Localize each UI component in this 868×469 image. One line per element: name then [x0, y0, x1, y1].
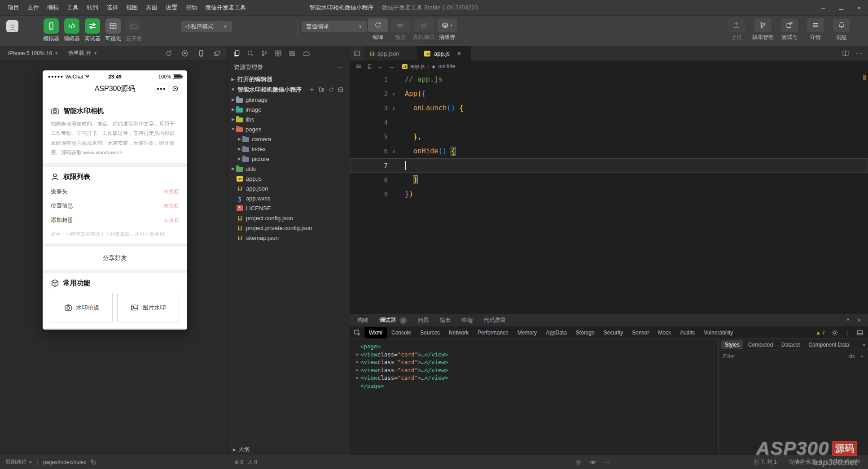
add-style-button[interactable]: +: [860, 353, 864, 360]
tree-item-gitimage[interactable]: ▶gitimage: [228, 95, 350, 104]
back-icon[interactable]: ←: [377, 63, 383, 70]
more-icon[interactable]: ⋯: [604, 459, 609, 465]
code-line-7[interactable]: 7: [350, 158, 868, 173]
tree-item-app.wxss[interactable]: ʒapp.wxss: [228, 193, 350, 203]
devtools-tab-Sources[interactable]: Sources: [416, 327, 444, 339]
wxml-node[interactable]: ▶<view class="card">…</view>: [355, 374, 718, 382]
maximize-button[interactable]: [832, 0, 850, 15]
menu-item[interactable]: 视图: [122, 2, 142, 13]
dock-icon[interactable]: [856, 329, 864, 336]
styles-tab-Computed[interactable]: Computed: [745, 340, 776, 349]
filter-input[interactable]: Filter: [723, 353, 735, 360]
close-tab-icon[interactable]: ×: [457, 50, 461, 57]
fold-icon[interactable]: ∨: [388, 149, 399, 154]
fold-icon[interactable]: ∨: [388, 91, 399, 96]
compile-action-bug[interactable]: 真机调试: [413, 18, 434, 41]
menu-item[interactable]: 转到: [83, 2, 102, 13]
toolbar-button-cloud[interactable]: 云开发: [125, 18, 143, 43]
new-file-icon[interactable]: [309, 87, 315, 92]
devtools-tab-Memory[interactable]: Memory: [513, 327, 541, 339]
wxml-node[interactable]: </page>: [355, 382, 718, 390]
tree-item-image[interactable]: ▶image: [228, 104, 350, 114]
editor-tab-app.js[interactable]: JSapp.js×: [417, 46, 471, 61]
toolbar-button-tune[interactable]: 调试器: [83, 18, 101, 43]
devtools-tab-Vulnerability[interactable]: Vulnerability: [699, 327, 737, 339]
tree-item-project.private.config.json[interactable]: {..}project.private.config.json: [228, 223, 350, 233]
hot-reload-select[interactable]: 热重载 开 ▼: [68, 49, 97, 57]
right-action-upload[interactable]: 上传: [726, 18, 747, 41]
toolbar-button-phone[interactable]: 模拟器: [42, 18, 60, 43]
debug-tab-问题[interactable]: 问题: [418, 317, 429, 324]
forward-icon[interactable]: →: [389, 63, 395, 70]
right-action-menu[interactable]: 详情: [805, 18, 826, 41]
mode-select[interactable]: 小程序模式 ▼: [181, 21, 232, 32]
split-editor-icon[interactable]: [842, 50, 849, 57]
copy-icon[interactable]: [90, 459, 96, 465]
more-tabs-icon[interactable]: »: [862, 342, 865, 348]
cls-toggle[interactable]: .cls: [847, 353, 855, 360]
tree-item-app.json[interactable]: {..}app.json: [228, 183, 350, 193]
code-line-4[interactable]: 4: [350, 115, 868, 130]
toggle-sidebar-icon[interactable]: [350, 46, 364, 61]
more-menu-button[interactable]: ●●●: [154, 86, 168, 91]
function-button[interactable]: 图片水印: [117, 293, 179, 322]
more-actions-icon[interactable]: ⋯: [337, 64, 343, 71]
styles-tab-Component-Data[interactable]: Component Data: [805, 340, 853, 349]
inspect-element-button[interactable]: [350, 327, 364, 339]
device-frame-icon[interactable]: [197, 50, 205, 57]
gear-icon[interactable]: [831, 329, 838, 336]
device-select[interactable]: iPhone 5 100% 16 ▼: [8, 50, 58, 56]
code-line-3[interactable]: 3∨ onLaunch() {: [350, 101, 868, 115]
tree-item-utils[interactable]: ▶utils: [228, 164, 350, 174]
menu-item[interactable]: 界面: [142, 2, 162, 13]
problems-counter[interactable]: ⊗ 0 ⚠ 0: [234, 459, 257, 465]
toolbar-button-layout[interactable]: 可视化: [104, 18, 122, 43]
function-button[interactable]: 水印拍摄: [51, 293, 113, 322]
cursor-position[interactable]: 行 7, 列 1: [754, 458, 777, 466]
gear-icon[interactable]: [575, 459, 582, 465]
menu-item[interactable]: 选择: [102, 2, 122, 13]
search-icon[interactable]: [247, 50, 254, 57]
compile-action-layers[interactable]: ▾清缓存: [437, 18, 457, 41]
devtools-tab-AppData[interactable]: AppData: [541, 327, 571, 339]
share-button[interactable]: 分享好友: [43, 247, 187, 269]
multi-window-icon[interactable]: [214, 50, 221, 57]
tree-item-LICENSE[interactable]: *LICENSE: [228, 203, 350, 213]
eye-icon[interactable]: [590, 459, 596, 465]
language-mode[interactable]: JavaScript: [835, 458, 860, 466]
tree-item-app.js[interactable]: JSapp.js: [228, 174, 350, 183]
devtools-tab-Sensor[interactable]: Sensor: [627, 327, 653, 339]
tab-size[interactable]: 制表符长度: 4: [789, 458, 822, 466]
compile-action-refresh[interactable]: 编译: [368, 18, 388, 41]
cloud-icon[interactable]: [302, 50, 310, 57]
devtools-tab-Wxml[interactable]: Wxml: [364, 327, 387, 339]
kebab-menu-icon[interactable]: ⋮: [845, 330, 850, 336]
source-control-icon[interactable]: [261, 50, 268, 57]
exit-button[interactable]: [169, 85, 183, 92]
extensions-icon[interactable]: [275, 50, 282, 57]
devtools-tab-Security[interactable]: Security: [599, 327, 627, 339]
expand-arrow-icon[interactable]: ▶: [355, 351, 360, 359]
wxml-node[interactable]: ▶<view class="card">…</view>: [355, 351, 718, 359]
close-panel-icon[interactable]: ×: [857, 317, 861, 324]
debug-tab-调试器[interactable]: 调试器7: [379, 317, 407, 324]
menu-item[interactable]: 设置: [162, 2, 181, 13]
expand-arrow-icon[interactable]: ▶: [355, 366, 360, 374]
tree-item-pages[interactable]: ▼pages: [228, 124, 350, 134]
right-action-bell[interactable]: 消息: [831, 18, 852, 41]
code-line-1[interactable]: 1// app.js: [350, 72, 868, 87]
styles-tab-Styles[interactable]: Styles: [721, 340, 743, 349]
tree-item-picture[interactable]: ▶picture: [228, 154, 350, 164]
project-section[interactable]: ▼ 智能水印相机微信小程序: [228, 84, 350, 95]
menu-item[interactable]: 工具: [63, 2, 83, 13]
new-folder-icon[interactable]: [319, 87, 324, 92]
close-button[interactable]: ×: [850, 0, 868, 15]
wxml-node[interactable]: <page>: [355, 343, 718, 351]
tree-item-camera[interactable]: ▶camera: [228, 134, 350, 144]
code-line-8[interactable]: 8 }: [350, 173, 868, 187]
list-icon[interactable]: [355, 63, 362, 69]
menu-item[interactable]: 项目: [4, 2, 23, 13]
compile-mode-select[interactable]: 普通编译 ▼: [302, 21, 367, 32]
collapse-panel-icon[interactable]: ^: [846, 317, 849, 324]
editor-more-icon[interactable]: ⋯: [855, 49, 863, 58]
